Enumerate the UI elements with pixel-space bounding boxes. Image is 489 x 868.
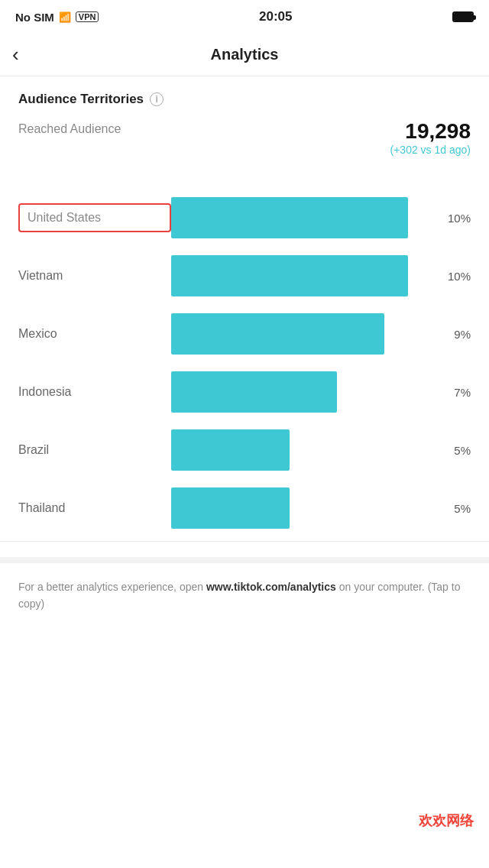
chart-area: United States10%Vietnam10%Mexico9%Indone… (0, 191, 489, 535)
chart-row: Indonesia7% (18, 365, 471, 419)
nav-bar: ‹ Analytics (0, 34, 489, 76)
status-right (452, 11, 474, 22)
audience-section: Audience Territories i Reached Audience … (0, 76, 489, 191)
section-title-text: Audience Territories (18, 92, 144, 107)
pct-label: 5% (436, 444, 471, 457)
chart-row: Mexico9% (18, 307, 471, 361)
pct-label: 5% (436, 502, 471, 515)
country-label: Vietnam (18, 269, 171, 283)
wifi-icon: 📶 (59, 11, 71, 23)
section-title: Audience Territories i (18, 92, 471, 107)
bar-container (171, 487, 436, 529)
reached-number: 19,298 (390, 119, 471, 144)
country-label: United States (18, 203, 171, 232)
carrier-label: No SIM (15, 11, 54, 24)
country-label: Mexico (18, 327, 171, 341)
status-bar: No SIM 📶 VPN 20:05 (0, 0, 489, 34)
vpn-tag: VPN (76, 11, 99, 22)
page-title: Analytics (211, 46, 279, 63)
watermark: 欢欢网络 (419, 811, 474, 830)
back-button[interactable]: ‹ (12, 43, 19, 66)
country-label: Indonesia (18, 385, 171, 399)
bar (171, 197, 408, 238)
chart-row: Thailand5% (18, 481, 471, 535)
chart-row: United States10% (18, 191, 471, 245)
footer-text: For a better analytics experience, open … (18, 578, 471, 613)
info-icon[interactable]: i (150, 92, 164, 106)
country-label: Thailand (18, 501, 171, 515)
reached-label: Reached Audience (18, 119, 121, 136)
country-label: Brazil (18, 443, 171, 457)
footer-link[interactable]: www.tiktok.com/analytics (206, 581, 336, 593)
bar (171, 487, 290, 529)
bar-container (171, 255, 436, 296)
reached-audience-row: Reached Audience 19,298 (+302 vs 1d ago) (18, 119, 471, 165)
status-left: No SIM 📶 VPN (15, 11, 99, 24)
battery-icon (452, 11, 474, 22)
bar (171, 429, 290, 471)
pct-label: 9% (436, 328, 471, 341)
pct-label: 10% (436, 212, 471, 225)
section-divider (0, 541, 489, 542)
bar-container (171, 371, 436, 413)
chart-row: Vietnam10% (18, 249, 471, 303)
bar-container (171, 429, 436, 471)
reached-change: (+302 vs 1d ago) (390, 144, 471, 156)
pct-label: 10% (436, 270, 471, 283)
bar (171, 371, 337, 413)
bar (171, 313, 384, 355)
bar-container (171, 197, 436, 238)
footer-text-before: For a better analytics experience, open (18, 581, 206, 593)
content-area: Audience Territories i Reached Audience … (0, 76, 489, 712)
reached-value: 19,298 (+302 vs 1d ago) (390, 119, 471, 156)
time-label: 20:05 (259, 9, 292, 24)
pct-label: 7% (436, 386, 471, 399)
footer-section[interactable]: For a better analytics experience, open … (0, 557, 489, 636)
chart-row: Brazil5% (18, 423, 471, 477)
bar (171, 255, 408, 296)
bar-container (171, 313, 436, 355)
